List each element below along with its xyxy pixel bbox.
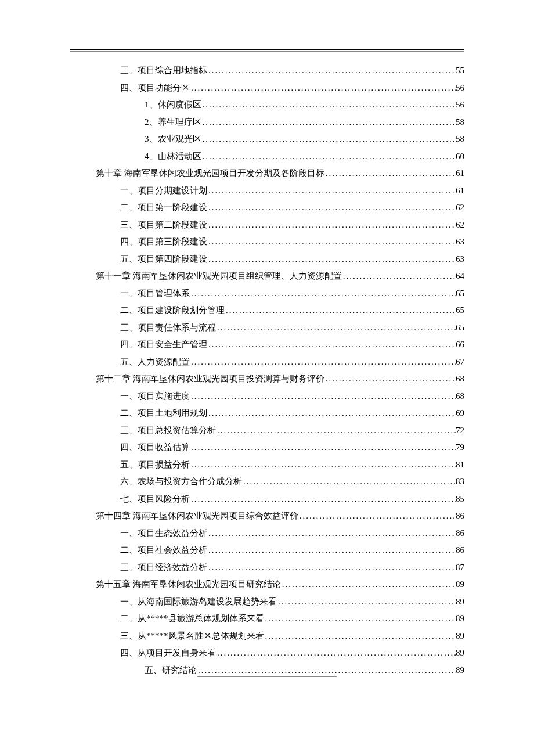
toc-leader-dots [207,526,456,541]
toc-entry-page: 69 [456,406,464,421]
toc-entry-title: 二、从*****县旅游总体规划体系来看 [120,611,264,627]
toc-entry-title: 三、从*****风景名胜区总体规划来看 [120,629,264,644]
toc-leader-dots [190,355,456,370]
toc-entry-page: 65 [456,286,464,301]
toc-entry-title: 六、农场与投资方合作分成分析 [120,474,242,489]
toc-leader-dots [342,269,456,284]
toc-entry-title: 第十一章 海南军垦休闲农业观光园项目组织管理、人力资源配置 [96,269,342,284]
toc-entry-page: 67 [456,355,464,370]
toc-entry-page: 89 [456,611,464,627]
toc-entry-title: 二、项目第一阶段建设 [120,200,207,215]
toc-entry: 四、项目安全生产管理66 [96,337,464,352]
toc-entry: 五、项目第四阶段建设63 [96,252,464,267]
toc-entry: 2、养生理疗区58 [96,115,464,130]
toc-leader-dots [264,629,456,644]
toc-leader-dots [190,286,456,301]
table-of-contents: 三、项目综合用地指标55四、项目功能分区561、休闲度假区562、养生理疗区58… [70,63,464,678]
toc-entry-title: 三、项目总投资估算分析 [120,423,216,438]
toc-leader-dots [298,509,456,524]
toc-entry-page: 60 [456,149,464,164]
toc-entry-page: 58 [456,115,464,130]
toc-entry-title: 三、项目综合用地指标 [120,63,207,78]
toc-entry: 二、项目土地利用规划69 [96,406,464,421]
toc-entry-page: 64 [456,269,464,284]
toc-entry-page: 56 [456,98,464,113]
toc-entry: 第十四章 海南军垦休闲农业观光园项目综合效益评价86 [96,509,464,524]
toc-entry-title: 五、研究结论 [145,663,197,678]
toc-entry-title: 4、山林活动区 [145,149,201,164]
toc-entry-title: 一、从海南国际旅游岛建设发展趋势来看 [120,595,277,610]
toc-leader-dots [207,235,456,250]
toc-entry-page: 65 [456,321,464,336]
toc-entry-page: 86 [456,509,464,524]
toc-entry: 二、项目建设阶段划分管理65 [96,303,464,318]
toc-entry: 五、项目损益分析81 [96,458,464,473]
toc-entry-page: 63 [456,252,464,267]
toc-entry: 一、项目实施进度68 [96,389,464,404]
toc-entry-title: 一、项目分期建设计划 [120,183,207,199]
toc-entry: 二、项目第一阶段建设62 [96,200,464,215]
toc-entry: 第十二章 海南军垦休闲农业观光园项目投资测算与财务评价68 [96,372,464,387]
toc-entry: 二、项目社会效益分析86 [96,543,464,558]
toc-entry: 二、从*****县旅游总体规划体系来看89 [96,611,464,627]
toc-entry-title: 一、项目生态效益分析 [120,526,207,541]
toc-entry: 一、项目分期建设计划61 [96,183,464,199]
toc-entry: 三、项目综合用地指标55 [96,63,464,78]
toc-entry-title: 2、养生理疗区 [145,115,201,130]
toc-entry: 三、项目经济效益分析87 [96,560,464,575]
toc-entry-page: 89 [456,577,464,592]
header-rule-top [70,49,464,50]
toc-entry-title: 四、项目收益估算 [120,440,190,455]
toc-entry-title: 一、项目管理体系 [120,286,190,301]
document-page: 三、项目综合用地指标55四、项目功能分区561、休闲度假区562、养生理疗区58… [0,0,534,729]
toc-entry-page: 86 [456,526,464,541]
toc-entry-title: 二、项目社会效益分析 [120,543,207,558]
toc-leader-dots [190,458,456,473]
toc-entry: 四、项目第三阶段建设63 [96,235,464,250]
toc-entry: 七、项目风险分析85 [96,492,464,507]
toc-leader-dots [281,577,456,592]
toc-leader-dots [207,218,456,233]
toc-leader-dots [201,98,456,113]
toc-entry-page: 86 [456,543,464,558]
toc-entry-page: 55 [456,63,464,78]
toc-entry-title: 四、项目功能分区 [120,81,190,96]
toc-entry-page: 58 [456,132,464,147]
toc-leader-dots [201,132,456,147]
toc-leader-dots [225,303,456,318]
toc-entry: 一、从海南国际旅游岛建设发展趋势来看89 [96,595,464,610]
toc-entry: 第十章 海南军垦休闲农业观光园项目开发分期及各阶段目标61 [96,166,464,181]
toc-entry: 四、项目收益估算79 [96,440,464,455]
toc-entry-page: 62 [456,200,464,215]
toc-entry-title: 五、项目第四阶段建设 [120,252,207,267]
toc-entry-page: 79 [456,440,464,455]
toc-entry-title: 五、项目损益分析 [120,458,190,473]
toc-leader-dots [201,149,456,164]
toc-entry-title: 一、项目实施进度 [120,389,190,404]
toc-leader-dots [190,389,456,404]
toc-entry: 4、山林活动区60 [96,149,464,164]
toc-leader-dots [242,474,456,489]
toc-entry-title: 三、项目第二阶段建设 [120,218,207,233]
toc-entry: 第十五章 海南军垦休闲农业观光园项目研究结论89 [96,577,464,592]
toc-leader-dots [190,81,456,96]
toc-leader-dots [207,543,456,558]
toc-leader-dots [216,646,456,661]
toc-leader-dots [216,321,456,336]
toc-entry-page: 66 [456,337,464,352]
toc-entry-title: 二、项目建设阶段划分管理 [120,303,225,318]
toc-entry-title: 四、项目第三阶段建设 [120,235,207,250]
toc-entry-title: 1、休闲度假区 [145,98,201,113]
toc-entry-page: 63 [456,235,464,250]
toc-entry: 一、项目生态效益分析86 [96,526,464,541]
toc-entry: 三、从*****风景名胜区总体规划来看89 [96,629,464,644]
toc-entry: 五、人力资源配置67 [96,355,464,370]
toc-entry-title: 五、人力资源配置 [120,355,190,370]
footer-rule [197,676,337,677]
toc-entry-title: 第十二章 海南军垦休闲农业观光园项目投资测算与财务评价 [96,372,324,387]
toc-entry-title: 三、项目责任体系与流程 [120,321,216,336]
toc-entry: 1、休闲度假区56 [96,98,464,113]
toc-entry-page: 87 [456,560,464,575]
toc-entry-page: 61 [456,166,464,181]
toc-leader-dots [207,183,456,199]
